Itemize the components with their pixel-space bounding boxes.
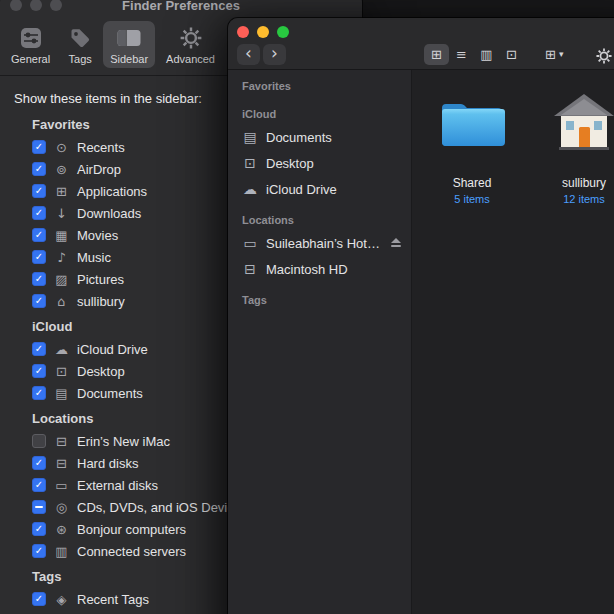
checkbox[interactable] [32, 294, 46, 308]
icloud-drive-icon: ☁ [240, 182, 260, 196]
pref-label: Desktop [77, 364, 125, 379]
finder-main: Favorites iCloud ▤Documents ⊡Desktop ☁iC… [228, 70, 614, 614]
forward-button[interactable]: › [263, 44, 286, 65]
sidebar-label: Documents [266, 130, 332, 145]
tab-label: Advanced [166, 53, 215, 65]
tag-icon: ◈ [53, 593, 70, 606]
movies-icon: ▦ [53, 229, 70, 242]
file-label: sullibury [562, 176, 606, 190]
minimize-button-inactive[interactable] [30, 0, 42, 11]
gear-icon [596, 48, 612, 64]
zoom-button-inactive[interactable] [50, 0, 62, 11]
group-by-button[interactable]: ⊞ ▾ [545, 44, 563, 65]
tab-advanced[interactable]: Advanced [159, 21, 222, 68]
checkbox[interactable] [32, 522, 46, 536]
pictures-icon: ▨ [53, 273, 70, 286]
sidebar-label: Macintosh HD [266, 262, 348, 277]
back-button[interactable]: ‹ [237, 44, 260, 65]
pref-label: External disks [77, 478, 158, 493]
sidebar-item-external-drive[interactable]: ▭Suileabhain’s Hot… [228, 230, 411, 256]
hard-disk-icon: ⊟ [53, 457, 70, 470]
checkbox[interactable] [32, 456, 46, 470]
prefs-traffic-lights[interactable] [10, 0, 62, 11]
checkbox[interactable] [32, 206, 46, 220]
pref-label: Hard disks [77, 456, 138, 471]
tab-tags[interactable]: Tags [61, 21, 99, 68]
pref-label: sullibury [77, 294, 125, 309]
desktop-icon: ⊡ [240, 156, 260, 170]
zoom-button[interactable] [277, 26, 289, 38]
checkbox[interactable] [32, 500, 46, 514]
pref-label: Bonjour computers [77, 522, 186, 537]
checkbox[interactable] [32, 228, 46, 242]
file-item-count: 5 items [454, 193, 489, 205]
sidebar-label: Desktop [266, 156, 314, 171]
sidebar-item-desktop[interactable]: ⊡Desktop [228, 150, 411, 176]
window-title: Finder Preferences [122, 0, 240, 13]
eject-icon[interactable] [390, 238, 401, 249]
pref-label: Connected servers [77, 544, 186, 559]
sidebar-item-documents[interactable]: ▤Documents [228, 124, 411, 150]
checkbox[interactable] [32, 364, 46, 378]
servers-icon: ▥ [53, 545, 70, 558]
tab-general[interactable]: General [4, 21, 57, 68]
tab-label: Tags [69, 53, 92, 65]
sidebar-section-favorites: Favorites [242, 76, 411, 96]
pref-label: Music [77, 250, 111, 265]
icon-view-button[interactable]: ⊞ [424, 44, 449, 65]
close-button[interactable] [237, 26, 249, 38]
pref-label: iCloud Drive [77, 342, 148, 357]
file-item-shared[interactable]: Shared 5 items [416, 96, 528, 205]
downloads-icon: ↓ [53, 207, 70, 220]
sidebar-section-locations: Locations [242, 210, 411, 230]
screen: Finder Preferences General Tags Sidebar [0, 0, 614, 614]
checkbox[interactable] [32, 342, 46, 356]
cd-icon: ◎ [53, 501, 70, 514]
file-label: Shared [453, 176, 492, 190]
pref-label: Erin’s New iMac [77, 434, 170, 449]
checkbox[interactable] [32, 162, 46, 176]
sidebar-label: iCloud Drive [266, 182, 337, 197]
home-icon: ⌂ [53, 295, 70, 308]
pref-label: Recents [77, 140, 125, 155]
checkbox[interactable] [32, 592, 46, 606]
minimize-button[interactable] [257, 26, 269, 38]
applications-icon: ⊞ [53, 185, 70, 198]
sidebar-section-icloud: iCloud [242, 104, 411, 124]
checkbox[interactable] [32, 272, 46, 286]
icloud-drive-icon: ☁ [53, 343, 70, 356]
list-view-button[interactable]: ≡ [449, 44, 474, 65]
pref-label: Recent Tags [77, 592, 149, 607]
checkbox[interactable] [32, 434, 46, 448]
airdrop-icon: ⊚ [53, 163, 70, 176]
checkbox[interactable] [32, 140, 46, 154]
checkbox[interactable] [32, 184, 46, 198]
tab-sidebar[interactable]: Sidebar [103, 21, 155, 68]
close-button-inactive[interactable] [10, 0, 22, 11]
traffic-lights [237, 26, 289, 38]
pref-label: CDs, DVDs, and iOS Devices [77, 500, 248, 515]
sidebar-section-tags: Tags [242, 290, 411, 310]
tab-label: General [11, 53, 50, 65]
home-folder-icon [554, 94, 614, 150]
checkbox[interactable] [32, 544, 46, 558]
column-view-button[interactable]: ▥ [474, 44, 499, 65]
gallery-view-button[interactable]: ⊡ [499, 44, 524, 65]
pref-label: Documents [77, 386, 143, 401]
pref-label: Applications [77, 184, 147, 199]
recents-icon: ⊙ [53, 141, 70, 154]
hard-disk-icon: ⊟ [240, 262, 260, 276]
sidebar-item-macintosh-hd[interactable]: ⊟Macintosh HD [228, 256, 411, 282]
finder-sidebar: Favorites iCloud ▤Documents ⊡Desktop ☁iC… [228, 70, 412, 614]
finder-toolbar: ‹ › ⊞ ≡ ▥ ⊡ ⊞ ▾ [228, 18, 614, 70]
checkbox[interactable] [32, 478, 46, 492]
file-item-sullibury[interactable]: sullibury 12 items [528, 94, 614, 205]
action-menu-button[interactable] [596, 45, 612, 66]
folder-icon [439, 96, 505, 150]
checkbox[interactable] [32, 250, 46, 264]
pref-label: Downloads [77, 206, 141, 221]
bonjour-icon: ⊛ [53, 523, 70, 536]
sidebar-item-icloud-drive[interactable]: ☁iCloud Drive [228, 176, 411, 202]
checkbox[interactable] [32, 386, 46, 400]
view-switcher: ⊞ ≡ ▥ ⊡ [424, 44, 524, 65]
